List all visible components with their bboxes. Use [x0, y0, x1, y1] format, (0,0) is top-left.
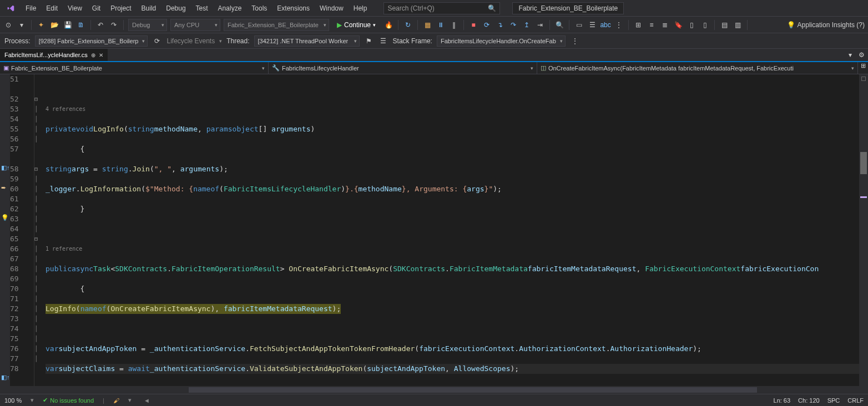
menu-debug[interactable]: Debug: [162, 2, 190, 14]
debug-more-icon[interactable]: ⋮: [570, 36, 580, 46]
solution-name: Fabric_Extension_BE_Boilerplate: [512, 2, 624, 14]
lifecycle-label: Lifecycle Events: [166, 37, 215, 45]
tool04-icon[interactable]: ⋮: [614, 20, 624, 30]
menu-bar: File Edit View Git Project Build Debug T…: [0, 0, 868, 17]
step-over-icon[interactable]: ↷: [508, 20, 518, 30]
menu-project[interactable]: Project: [106, 2, 135, 14]
horizontal-scrollbar[interactable]: [0, 386, 868, 394]
nav-member-dropdown[interactable]: ◫ OnCreateFabricItemAsync(FabricItemMeta…: [537, 62, 858, 74]
new-item-icon[interactable]: ✦: [36, 20, 46, 30]
nav-project-dropdown[interactable]: ▣ Fabric_Extension_BE_Boilerplate: [0, 62, 269, 74]
tab-dropdown-icon[interactable]: ▾: [845, 51, 855, 59]
menu-build[interactable]: Build: [137, 2, 161, 14]
class-icon: 🔧: [272, 64, 280, 72]
zoom-level[interactable]: 100 %: [4, 397, 22, 404]
platform-dropdown[interactable]: Any CPU: [170, 19, 220, 31]
config-dropdown[interactable]: Debug: [128, 19, 167, 31]
method-icon: ◫: [541, 64, 546, 72]
tool08-icon[interactable]: ▯: [687, 20, 697, 30]
status-line[interactable]: Ln: 63: [774, 397, 791, 404]
process-dropdown[interactable]: [9288] Fabric_Extension_BE_Boilerp: [35, 35, 148, 47]
menu-help[interactable]: Help: [349, 2, 372, 14]
breakpoint-marker2-icon[interactable]: ◧↑: [1, 374, 10, 381]
status-indent[interactable]: SPC: [827, 397, 840, 404]
search-icon: 🔍: [488, 4, 496, 12]
break-all-icon[interactable]: ⏸: [436, 20, 446, 30]
tool07-icon[interactable]: ≣: [660, 20, 670, 30]
gear-icon[interactable]: ⚙: [855, 51, 868, 59]
continue-button[interactable]: ▶ Continue ▾: [332, 19, 380, 31]
editor-tab[interactable]: FabricItemsLif...ycleHandler.cs ⊕ ✕: [0, 49, 108, 61]
menu-view[interactable]: View: [63, 2, 87, 14]
play-icon: ▶: [337, 21, 342, 29]
pause-icon[interactable]: ‖: [449, 20, 459, 30]
nav-class-dropdown[interactable]: 🔧 FabricItemsLifecycleHandler: [269, 62, 537, 74]
app-insights-button[interactable]: 💡 Application Insights (?): [787, 21, 865, 29]
codelens-references[interactable]: 1 reference: [46, 244, 82, 254]
status-bar: 100 % ▾ ✔ No issues found | 🖌 ▾ ◄ Ln: 63…: [0, 394, 868, 406]
stop-debug-icon[interactable]: ■: [468, 20, 478, 30]
stop-icon[interactable]: ▦: [422, 20, 432, 30]
tool09-icon[interactable]: ▯: [700, 20, 710, 30]
search-placeholder: Search (Ctrl+Q): [387, 4, 434, 12]
issues-label: No issues found: [50, 397, 94, 404]
tool01-icon[interactable]: ▭: [574, 20, 584, 30]
stackframe-dropdown[interactable]: FabricItemsLifecycleHandler.OnCreateFab: [437, 35, 566, 47]
nav-fwd-icon[interactable]: ▾: [17, 20, 27, 30]
status-eol[interactable]: CRLF: [847, 397, 864, 404]
vertical-scrollbar[interactable]: [859, 74, 868, 386]
debug-pointer-icon: ➨: [1, 184, 6, 191]
lightbulb-icon: 💡: [787, 21, 795, 29]
lifecycle-icon[interactable]: ⟳: [152, 36, 162, 46]
brush-icon[interactable]: 🖌: [113, 397, 119, 404]
lightbulb-margin-icon[interactable]: 💡: [1, 214, 9, 221]
marker-gutter: ◧↑ ➨ 💡 ◧↑: [0, 74, 10, 386]
tool05-icon[interactable]: ⊞: [633, 20, 643, 30]
find-icon[interactable]: 🔍: [554, 20, 564, 30]
thread-dropdown[interactable]: [34212] .NET ThreadPool Worker: [254, 35, 360, 47]
menu-edit[interactable]: Edit: [42, 2, 62, 14]
run-to-icon[interactable]: ⇥: [535, 20, 545, 30]
redo-icon[interactable]: ↷: [109, 20, 119, 30]
fold-gutter[interactable]: ⊟ │ │ │ │ ⊟ │ │ │ │ │ │ ⊟ │ │ │ │ │ │ │ …: [34, 74, 43, 386]
tool10-icon[interactable]: ▤: [719, 20, 729, 30]
hot-reload-icon[interactable]: 🔥: [383, 20, 393, 30]
menu-file[interactable]: File: [21, 2, 41, 14]
undo-icon[interactable]: ↶: [95, 20, 105, 30]
tool06-icon[interactable]: ≡: [647, 20, 657, 30]
step-into-icon[interactable]: ↴: [495, 20, 505, 30]
split-editor-icon[interactable]: ⊞: [858, 62, 868, 74]
restart-icon[interactable]: ↻: [403, 20, 413, 30]
save-all-icon[interactable]: 🗎: [76, 20, 86, 30]
breakpoint-marker-icon[interactable]: ◧↑: [1, 164, 10, 171]
flag-icon[interactable]: ⚑: [364, 36, 374, 46]
menu-analyze[interactable]: Analyze: [214, 2, 246, 14]
status-char[interactable]: Ch: 120: [798, 397, 820, 404]
menu-test[interactable]: Test: [191, 2, 213, 14]
menu-extensions[interactable]: Extensions: [272, 2, 314, 14]
line-number-gutter: 51 52 53 54 55 56 57 58 59 60 61 62 63 6…: [10, 74, 34, 386]
issues-status[interactable]: ✔ No issues found: [43, 397, 94, 404]
save-icon[interactable]: 💾: [63, 20, 73, 30]
open-icon[interactable]: 📂: [49, 20, 59, 30]
tool02-icon[interactable]: ☰: [587, 20, 597, 30]
tool11-icon[interactable]: ▥: [733, 20, 743, 30]
pin-icon[interactable]: ⊕: [91, 52, 95, 58]
search-input[interactable]: Search (Ctrl+Q) 🔍: [383, 2, 500, 14]
menu-git[interactable]: Git: [88, 2, 105, 14]
close-icon[interactable]: ✕: [99, 52, 103, 58]
csharp-project-icon: ▣: [3, 64, 9, 72]
menu-window[interactable]: Window: [315, 2, 348, 14]
code-editor[interactable]: ◧↑ ➨ 💡 ◧↑ 51 52 53 54 55 56 57 58 59 60 …: [0, 74, 868, 386]
startup-dropdown[interactable]: Fabric_Extension_BE_Boilerplate: [224, 19, 329, 31]
refresh-icon[interactable]: ⟳: [482, 20, 492, 30]
nav-back-icon[interactable]: ⊙: [3, 20, 13, 30]
step-out-icon[interactable]: ↥: [522, 20, 532, 30]
codelens-references[interactable]: 4 references: [46, 104, 85, 114]
app-insights-label: Application Insights (?): [798, 21, 865, 29]
thread-filter-icon[interactable]: ☰: [379, 36, 388, 46]
bookmark-icon[interactable]: 🔖: [673, 20, 683, 30]
tool03-icon[interactable]: abc: [600, 20, 610, 30]
code-content[interactable]: 4 references private void LogInfo(string…: [43, 74, 859, 386]
menu-tools[interactable]: Tools: [247, 2, 271, 14]
